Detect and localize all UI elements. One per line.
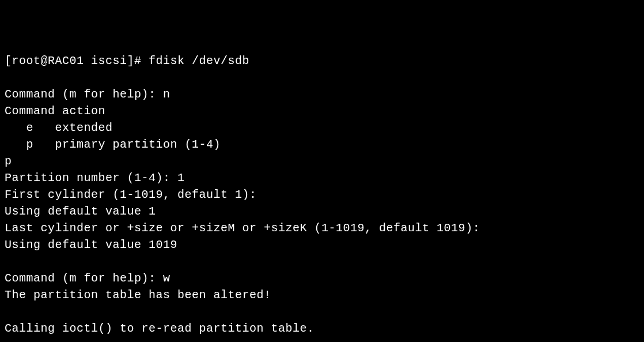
terminal-line: Partition number (1-4): 1 <box>5 171 185 185</box>
terminal-line: Using default value 1019 <box>5 238 177 251</box>
terminal-line: The partition table has been altered! <box>5 288 271 302</box>
terminal-line: Command (m for help): w <box>5 272 171 285</box>
terminal-output[interactable]: [root@RAC01 iscsi]# fdisk /dev/sdb Comma… <box>5 52 639 342</box>
terminal-line: Command action <box>5 104 105 118</box>
terminal-line: [root@RAC01 iscsi]# fdisk /dev/sdb <box>5 54 249 67</box>
terminal-line: Using default value 1 <box>5 205 156 218</box>
terminal-line: Last cylinder or +size or +sizeM or +siz… <box>5 221 480 235</box>
terminal-line: p <box>5 155 12 168</box>
terminal-line: Calling ioctl() to re-read partition tab… <box>5 322 315 335</box>
terminal-line: Command (m for help): n <box>5 88 171 101</box>
terminal-line: e extended <box>5 121 113 134</box>
terminal-line: First cylinder (1-1019, default 1): <box>5 188 257 201</box>
terminal-line: p primary partition (1-4) <box>5 138 221 151</box>
